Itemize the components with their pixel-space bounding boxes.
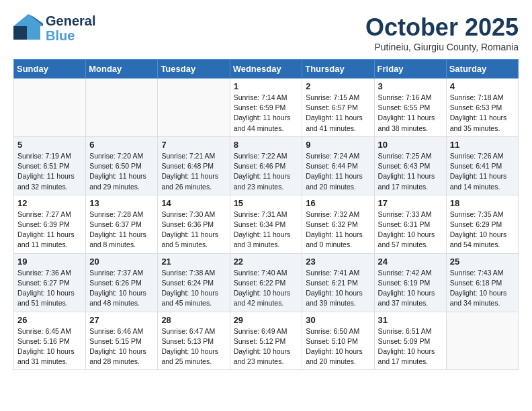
day-info: Sunrise: 7:41 AM Sunset: 6:21 PM Dayligh… [306, 268, 370, 309]
day-info: Sunrise: 7:43 AM Sunset: 6:18 PM Dayligh… [450, 268, 515, 309]
weekday-header-row: SundayMondayTuesdayWednesdayThursdayFrid… [14, 60, 519, 79]
calendar-cell [446, 312, 518, 370]
day-number: 25 [450, 257, 515, 267]
calendar-cell: 14Sunrise: 7:30 AM Sunset: 6:36 PM Dayli… [158, 195, 230, 253]
calendar-cell: 20Sunrise: 7:37 AM Sunset: 6:26 PM Dayli… [86, 253, 158, 312]
day-number: 24 [378, 257, 443, 267]
day-info: Sunrise: 6:50 AM Sunset: 5:10 PM Dayligh… [306, 326, 370, 367]
weekday-header-monday: Monday [86, 60, 158, 79]
calendar-cell: 22Sunrise: 7:40 AM Sunset: 6:22 PM Dayli… [230, 253, 302, 312]
calendar-week-row: 1Sunrise: 7:14 AM Sunset: 6:59 PM Daylig… [14, 79, 519, 137]
day-info: Sunrise: 7:18 AM Sunset: 6:53 PM Dayligh… [450, 93, 515, 134]
calendar-cell: 27Sunrise: 6:46 AM Sunset: 5:15 PM Dayli… [86, 312, 158, 370]
calendar-cell: 29Sunrise: 6:49 AM Sunset: 5:12 PM Dayli… [230, 312, 302, 370]
day-number: 1 [234, 81, 299, 91]
calendar-cell: 30Sunrise: 6:50 AM Sunset: 5:10 PM Dayli… [302, 312, 374, 370]
page-header: General Blue October 2025 Putineiu, Giur… [13, 13, 519, 52]
day-info: Sunrise: 7:26 AM Sunset: 6:41 PM Dayligh… [450, 151, 515, 192]
calendar-cell: 10Sunrise: 7:25 AM Sunset: 6:43 PM Dayli… [374, 136, 446, 195]
day-info: Sunrise: 7:28 AM Sunset: 6:37 PM Dayligh… [89, 210, 154, 250]
day-info: Sunrise: 6:49 AM Sunset: 5:12 PM Dayligh… [234, 326, 299, 367]
day-number: 12 [17, 198, 82, 208]
day-number: 9 [306, 140, 370, 150]
day-info: Sunrise: 7:25 AM Sunset: 6:43 PM Dayligh… [378, 151, 443, 192]
day-info: Sunrise: 7:40 AM Sunset: 6:22 PM Dayligh… [234, 268, 299, 309]
day-number: 28 [161, 315, 226, 325]
calendar-cell: 24Sunrise: 7:42 AM Sunset: 6:19 PM Dayli… [374, 253, 446, 312]
day-number: 31 [378, 315, 443, 325]
day-info: Sunrise: 7:36 AM Sunset: 6:27 PM Dayligh… [17, 268, 82, 309]
calendar-cell: 16Sunrise: 7:32 AM Sunset: 6:32 PM Dayli… [302, 195, 374, 253]
day-number: 15 [234, 198, 299, 208]
calendar-cell: 8Sunrise: 7:22 AM Sunset: 6:46 PM Daylig… [230, 136, 302, 195]
calendar-cell: 23Sunrise: 7:41 AM Sunset: 6:21 PM Dayli… [302, 253, 374, 312]
weekday-header-thursday: Thursday [302, 60, 374, 79]
svg-rect-1 [27, 26, 40, 40]
day-number: 8 [234, 140, 299, 150]
calendar-cell: 6Sunrise: 7:20 AM Sunset: 6:50 PM Daylig… [86, 136, 158, 195]
day-info: Sunrise: 7:32 AM Sunset: 6:32 PM Dayligh… [306, 210, 370, 250]
calendar-week-row: 5Sunrise: 7:19 AM Sunset: 6:51 PM Daylig… [14, 136, 519, 195]
weekday-header-tuesday: Tuesday [158, 60, 230, 79]
weekday-header-friday: Friday [374, 60, 446, 79]
weekday-header-sunday: Sunday [14, 60, 86, 79]
day-info: Sunrise: 7:14 AM Sunset: 6:59 PM Dayligh… [234, 93, 299, 134]
day-info: Sunrise: 7:24 AM Sunset: 6:44 PM Dayligh… [306, 151, 370, 192]
month-title: October 2025 [365, 13, 519, 42]
calendar-week-row: 12Sunrise: 7:27 AM Sunset: 6:39 PM Dayli… [14, 195, 519, 253]
logo: General Blue [13, 13, 95, 43]
day-info: Sunrise: 6:45 AM Sunset: 5:16 PM Dayligh… [17, 326, 82, 367]
title-block: October 2025 Putineiu, Giurgiu County, R… [365, 13, 519, 52]
calendar-cell: 13Sunrise: 7:28 AM Sunset: 6:37 PM Dayli… [86, 195, 158, 253]
location: Putineiu, Giurgiu County, Romania [365, 42, 519, 52]
day-info: Sunrise: 7:38 AM Sunset: 6:24 PM Dayligh… [161, 268, 226, 309]
logo-line1: General [46, 13, 95, 28]
day-info: Sunrise: 7:35 AM Sunset: 6:29 PM Dayligh… [450, 210, 515, 250]
day-number: 5 [17, 140, 82, 150]
day-info: Sunrise: 7:16 AM Sunset: 6:55 PM Dayligh… [378, 93, 443, 134]
day-info: Sunrise: 7:15 AM Sunset: 6:57 PM Dayligh… [306, 93, 370, 134]
day-number: 29 [234, 315, 299, 325]
day-info: Sunrise: 6:47 AM Sunset: 5:13 PM Dayligh… [161, 326, 226, 367]
day-number: 4 [450, 81, 515, 91]
day-number: 26 [17, 315, 82, 325]
day-number: 13 [89, 198, 154, 208]
day-info: Sunrise: 7:20 AM Sunset: 6:50 PM Dayligh… [89, 151, 154, 192]
day-number: 14 [161, 198, 226, 208]
calendar-cell: 18Sunrise: 7:35 AM Sunset: 6:29 PM Dayli… [446, 195, 518, 253]
day-number: 17 [378, 198, 443, 208]
day-info: Sunrise: 7:21 AM Sunset: 6:48 PM Dayligh… [161, 151, 226, 192]
calendar-cell: 26Sunrise: 6:45 AM Sunset: 5:16 PM Dayli… [14, 312, 86, 370]
weekday-header-wednesday: Wednesday [230, 60, 302, 79]
day-number: 27 [89, 315, 154, 325]
day-number: 16 [306, 198, 370, 208]
day-info: Sunrise: 7:31 AM Sunset: 6:34 PM Dayligh… [234, 210, 299, 250]
day-info: Sunrise: 7:30 AM Sunset: 6:36 PM Dayligh… [161, 210, 226, 250]
day-number: 18 [450, 198, 515, 208]
day-number: 7 [161, 140, 226, 150]
day-number: 20 [89, 257, 154, 267]
calendar-cell: 17Sunrise: 7:33 AM Sunset: 6:31 PM Dayli… [374, 195, 446, 253]
calendar-cell: 21Sunrise: 7:38 AM Sunset: 6:24 PM Dayli… [158, 253, 230, 312]
calendar-cell: 28Sunrise: 6:47 AM Sunset: 5:13 PM Dayli… [158, 312, 230, 370]
calendar-week-row: 19Sunrise: 7:36 AM Sunset: 6:27 PM Dayli… [14, 253, 519, 312]
day-info: Sunrise: 7:37 AM Sunset: 6:26 PM Dayligh… [89, 268, 154, 309]
day-info: Sunrise: 7:42 AM Sunset: 6:19 PM Dayligh… [378, 268, 443, 309]
day-info: Sunrise: 7:22 AM Sunset: 6:46 PM Dayligh… [234, 151, 299, 192]
day-number: 22 [234, 257, 299, 267]
day-number: 2 [306, 81, 370, 91]
calendar-cell: 7Sunrise: 7:21 AM Sunset: 6:48 PM Daylig… [158, 136, 230, 195]
weekday-header-saturday: Saturday [446, 60, 518, 79]
calendar-cell: 4Sunrise: 7:18 AM Sunset: 6:53 PM Daylig… [446, 79, 518, 137]
svg-marker-2 [13, 14, 43, 26]
calendar-cell: 15Sunrise: 7:31 AM Sunset: 6:34 PM Dayli… [230, 195, 302, 253]
calendar-cell: 9Sunrise: 7:24 AM Sunset: 6:44 PM Daylig… [302, 136, 374, 195]
day-number: 23 [306, 257, 370, 267]
day-number: 21 [161, 257, 226, 267]
calendar-week-row: 26Sunrise: 6:45 AM Sunset: 5:16 PM Dayli… [14, 312, 519, 370]
calendar-cell: 3Sunrise: 7:16 AM Sunset: 6:55 PM Daylig… [374, 79, 446, 137]
calendar-cell: 5Sunrise: 7:19 AM Sunset: 6:51 PM Daylig… [14, 136, 86, 195]
calendar-cell: 19Sunrise: 7:36 AM Sunset: 6:27 PM Dayli… [14, 253, 86, 312]
calendar-cell: 31Sunrise: 6:51 AM Sunset: 5:09 PM Dayli… [374, 312, 446, 370]
day-info: Sunrise: 7:19 AM Sunset: 6:51 PM Dayligh… [17, 151, 82, 192]
